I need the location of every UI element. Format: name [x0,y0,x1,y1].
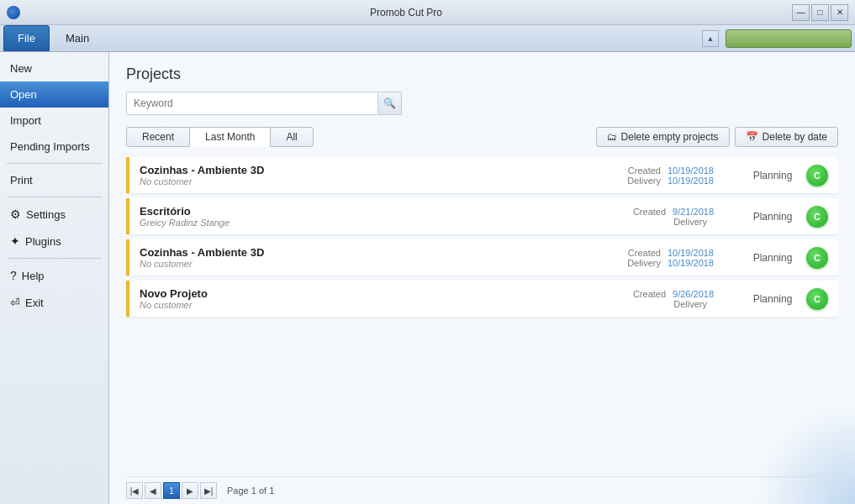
project-customer: Greicy Radinz Stange [140,218,604,228]
sidebar-item-pending-imports[interactable]: Pending Imports [0,134,108,160]
sidebar-item-open[interactable]: Open [0,81,108,108]
top-search-bar [726,29,852,48]
delivery-date: 10/19/2018 [668,258,714,268]
created-date: 10/19/2018 [668,248,714,258]
page-title: Projects [126,66,838,83]
menu-bar: File Main ▲ [0,25,855,52]
created-date: 9/26/2018 [673,289,714,299]
sidebar-divider-3 [7,258,102,259]
delivery-label: Delivery [673,299,707,309]
delivery-row: Delivery [673,217,714,227]
sidebar-item-import[interactable]: Import [0,108,108,134]
project-dates: Created 9/26/2018 Delivery [604,289,714,309]
minimize-button[interactable]: — [792,4,810,21]
plugins-label: Plugins [25,235,61,248]
project-status: Planning [739,293,806,305]
settings-label: Settings [26,208,66,221]
window-controls: — □ ✕ [792,4,848,21]
sidebar-item-exit[interactable]: ⏎ Exit [0,289,108,316]
delete-empty-icon: 🗂 [607,131,617,143]
total-pages: 1 [269,486,274,496]
project-icon: C [806,288,828,310]
created-label: Created [628,248,661,258]
pagination: |◀ ◀ 1 ▶ ▶| Page 1 of 1 [126,482,274,499]
created-date: 9/21/2018 [673,207,714,217]
delete-date-label: Delete by date [763,131,827,143]
table-row[interactable]: Escritório Greicy Radinz Stange Created … [126,198,838,234]
page-next-button[interactable]: ▶ [182,482,198,499]
created-label: Created [633,207,666,217]
action-buttons: 🗂 Delete empty projects 📅 Delete by date [596,127,838,147]
table-row[interactable]: Cozinhas - Ambiente 3D No customer Creat… [126,239,838,276]
created-date: 10/19/2018 [668,165,714,176]
menu-file[interactable]: File [3,25,50,51]
import-label: Import [10,114,41,127]
window-title: Promob Cut Pro [20,7,792,18]
menu-bar-right: ▲ [702,25,852,51]
project-info: Novo Projeto No customer [140,287,604,310]
tab-all[interactable]: All [270,127,313,147]
search-button[interactable]: 🔍 [378,92,402,115]
delivery-row: Delivery [673,299,714,309]
delivery-row: Delivery 10/19/2018 [627,176,714,186]
project-icon: C [806,206,828,228]
calendar-icon: 📅 [746,131,758,143]
table-row[interactable]: Cozinhas - Ambiente 3D No customer Creat… [126,157,838,193]
help-icon: ? [10,269,17,282]
tab-last-month[interactable]: Last Month [189,127,271,147]
page-prev-button[interactable]: ◀ [145,482,161,499]
delete-empty-button[interactable]: 🗂 Delete empty projects [596,127,730,147]
sidebar-item-new[interactable]: New [0,55,108,81]
content-area: Projects 🔍 Recent Last Month All 🗂 Delet… [109,52,855,504]
title-bar: Promob Cut Pro — □ ✕ [0,0,855,25]
project-name: Escritório [140,205,604,218]
page-first-button[interactable]: |◀ [126,482,143,499]
project-dates: Created 10/19/2018 Delivery 10/19/2018 [604,248,714,268]
project-customer: No customer [140,176,604,186]
pending-label: Pending Imports [10,140,90,153]
help-label: Help [22,270,45,282]
page-last-button[interactable]: ▶| [200,482,217,499]
project-status: Planning [739,252,806,264]
maximize-button[interactable]: □ [811,4,829,21]
project-status: Planning [739,211,806,223]
content-footer: |◀ ◀ 1 ▶ ▶| Page 1 of 1 [126,476,838,504]
delivery-date: 10/19/2018 [668,176,714,186]
created-row: Created 9/26/2018 [633,289,714,299]
page-current-button[interactable]: 1 [163,482,180,499]
project-customer: No customer [140,259,604,269]
created-label: Created [628,165,661,176]
sidebar-item-print[interactable]: Print [0,167,108,193]
created-label: Created [633,289,666,299]
search-input[interactable] [126,92,378,115]
filter-tabs: Recent Last Month All [126,127,313,147]
exit-icon: ⏎ [10,296,20,309]
sidebar-item-plugins[interactable]: ✦ Plugins [0,228,108,255]
project-info: Escritório Greicy Radinz Stange [140,205,604,228]
page-info: Page 1 of 1 [227,486,274,496]
sidebar-divider-1 [7,163,102,164]
app-icon [7,6,20,19]
project-name: Cozinhas - Ambiente 3D [140,246,604,259]
sidebar-divider-2 [7,197,102,197]
close-button[interactable]: ✕ [831,4,848,21]
sidebar-item-help[interactable]: ? Help [0,262,108,289]
sidebar-item-settings[interactable]: ⚙ Settings [0,201,108,228]
print-label: Print [10,174,33,186]
tab-recent[interactable]: Recent [126,127,190,147]
project-info: Cozinhas - Ambiente 3D No customer [140,246,604,269]
tab-row: Recent Last Month All 🗂 Delete empty pro… [126,127,838,147]
project-dates: Created 9/21/2018 Delivery [604,207,714,227]
table-row[interactable]: Novo Projeto No customer Created 9/26/20… [126,281,838,317]
of-label: of [259,486,267,496]
gear-icon: ⚙ [10,207,21,221]
scroll-indicator: ▲ [702,30,719,47]
project-status: Planning [739,170,806,181]
delete-empty-label: Delete empty projects [621,131,719,143]
puzzle-icon: ✦ [10,234,20,248]
menu-main[interactable]: Main [51,25,103,51]
main-layout: New Open Import Pending Imports Print ⚙ … [0,52,855,504]
created-row: Created 10/19/2018 [628,248,714,258]
delete-by-date-button[interactable]: 📅 Delete by date [735,127,838,147]
sidebar: New Open Import Pending Imports Print ⚙ … [0,52,109,504]
